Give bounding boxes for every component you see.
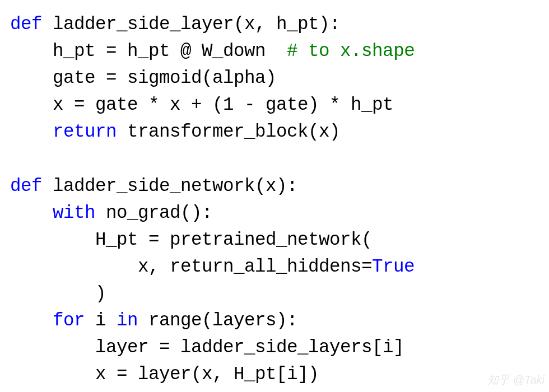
text-token: x = gate * x + (1 - gate) * h_pt (10, 95, 393, 115)
text-token: gate = sigmoid(alpha) (10, 68, 276, 88)
text-token (10, 310, 53, 331)
text-token: H_pt = pretrained_network( (10, 230, 372, 250)
watermark-handle: @Taki (513, 374, 545, 386)
text-token: x = layer(x, H_pt[i]) (10, 364, 319, 385)
keyword-token: for (53, 310, 85, 331)
code-line: H_pt = pretrained_network( (10, 230, 372, 250)
text-token (10, 122, 53, 142)
code-line: return transformer_block(x) (10, 122, 340, 142)
text-token: h_pt = h_pt @ W_down (10, 41, 287, 62)
keyword-token: True (372, 256, 415, 277)
code-block: def ladder_side_layer(x, h_pt): h_pt = h… (0, 0, 549, 392)
text-token: layer = ladder_side_layers[i] (10, 337, 404, 358)
keyword-token: with (53, 203, 95, 223)
text-token: i (85, 310, 117, 331)
code-line: layer = ladder_side_layers[i] (10, 337, 404, 358)
keyword-token: in (117, 310, 138, 331)
code-line: gate = sigmoid(alpha) (10, 68, 276, 88)
code-line: x = layer(x, H_pt[i]) (10, 364, 319, 385)
text-token: range(layers): (138, 310, 297, 331)
text-token (10, 203, 53, 223)
comment-token: # to x.shape (287, 41, 415, 62)
code-line: def ladder_side_network(x): (10, 176, 297, 197)
keyword-token: return (53, 122, 117, 142)
code-line: for i in range(layers): (10, 310, 297, 331)
code-line: ) (10, 283, 106, 304)
watermark-brand: 知乎 (487, 372, 510, 388)
keyword-token: def (10, 176, 42, 197)
watermark: 知乎 @Taki (487, 372, 545, 388)
text-token: ) (10, 283, 106, 304)
code-line: with no_grad(): (10, 203, 212, 223)
code-line: x, return_all_hiddens=True (10, 256, 415, 277)
text-token: ladder_side_network(x): (42, 176, 297, 197)
text-token: ladder_side_layer(x, h_pt): (42, 14, 340, 35)
text-token: transformer_block(x) (117, 122, 340, 142)
code-line: def ladder_side_layer(x, h_pt): (10, 14, 340, 35)
code-line: x = gate * x + (1 - gate) * h_pt (10, 95, 393, 115)
text-token: x, return_all_hiddens= (10, 256, 372, 277)
text-token: no_grad(): (95, 203, 212, 223)
keyword-token: def (10, 14, 42, 35)
code-line: h_pt = h_pt @ W_down # to x.shape (10, 41, 415, 62)
